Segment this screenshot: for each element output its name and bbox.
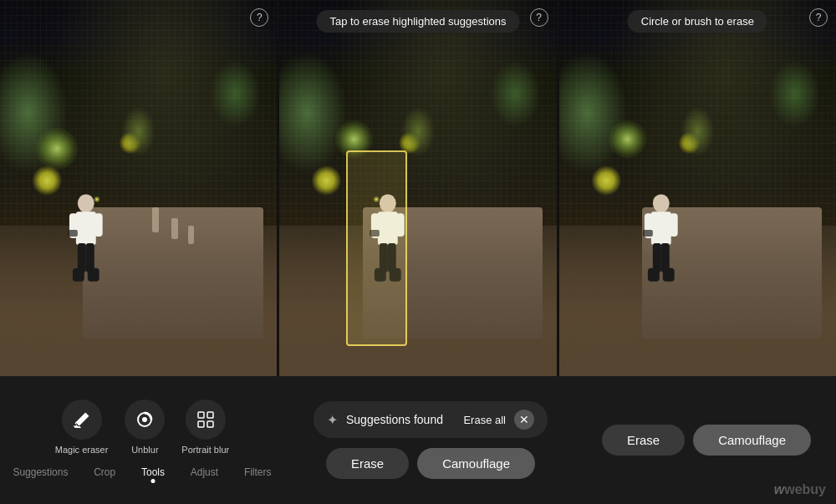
svg-point-28 — [142, 417, 147, 422]
magic-eraser-icon — [62, 400, 102, 440]
middle-action-buttons: Erase Camouflage — [326, 448, 535, 479]
portrait-blur-icon — [186, 400, 226, 440]
erase-all-button[interactable]: Erase all — [463, 414, 506, 426]
svg-rect-22 — [653, 243, 661, 272]
svg-rect-30 — [207, 412, 213, 418]
close-suggestions-button[interactable]: ✕ — [514, 410, 534, 430]
nav-suggestions[interactable]: Suggestions — [6, 463, 74, 481]
nav-tools[interactable]: Tools — [135, 463, 171, 481]
extra-person — [152, 207, 159, 232]
lamp-glow — [609, 120, 646, 158]
sparkle-icon: ✦ — [327, 412, 338, 428]
nav-filters[interactable]: Filters — [237, 463, 278, 481]
svg-rect-8 — [68, 230, 78, 237]
help-icon-3[interactable]: ? — [809, 8, 828, 27]
portrait-blur-label: Portrait blur — [181, 445, 229, 455]
svg-point-18 — [653, 194, 670, 212]
unblur-tool[interactable]: Unblur — [125, 400, 165, 455]
controls-area: Magic eraser Unblur — [0, 376, 836, 504]
svg-rect-26 — [643, 230, 653, 237]
svg-rect-29 — [198, 412, 204, 418]
nav-adjust[interactable]: Adjust — [184, 463, 225, 481]
photo-panel-original: ? — [0, 0, 277, 376]
nav-crop[interactable]: Crop — [87, 463, 122, 481]
svg-rect-32 — [207, 421, 213, 427]
svg-point-0 — [78, 194, 94, 212]
portrait-blur-tool[interactable]: Portrait blur — [181, 400, 229, 455]
images-area: ? Tap to erase highlighted suggestions — [0, 0, 836, 376]
help-icon-2[interactable]: ? — [530, 8, 548, 27]
svg-rect-21 — [670, 213, 678, 237]
svg-rect-4 — [78, 243, 86, 272]
magic-eraser-label: Magic eraser — [55, 445, 109, 455]
svg-rect-3 — [94, 213, 103, 237]
photo-panel-brush[interactable]: Circle or brush to erase ? — [559, 0, 836, 376]
svg-rect-6 — [73, 267, 84, 281]
hint-bar-suggestions: Tap to erase highlighted suggestions — [316, 10, 519, 33]
unblur-icon — [125, 400, 165, 440]
camouflage-button-right[interactable]: Camouflage — [693, 425, 811, 456]
extra-person — [188, 226, 194, 244]
svg-rect-23 — [661, 243, 670, 272]
camouflage-button-middle[interactable]: Camouflage — [417, 448, 535, 479]
svg-rect-7 — [88, 267, 99, 281]
main-person — [61, 170, 111, 320]
watermark: wwebuy — [774, 482, 826, 497]
svg-rect-19 — [651, 211, 671, 245]
svg-rect-25 — [663, 267, 675, 281]
suggestions-text: Suggestions found — [346, 413, 455, 426]
magic-eraser-tool[interactable]: Magic eraser — [55, 400, 109, 455]
main-person — [636, 170, 686, 320]
svg-rect-24 — [648, 267, 660, 281]
bottom-nav: Suggestions Crop Tools Adjust Filters — [0, 463, 284, 481]
extra-person — [171, 218, 178, 239]
tool-buttons: Magic eraser Unblur — [55, 400, 229, 455]
suggestions-bar: ✦ Suggestions found Erase all ✕ — [314, 401, 548, 438]
middle-controls: ✦ Suggestions found Erase all ✕ Erase Ca… — [284, 376, 577, 504]
svg-rect-31 — [198, 421, 204, 427]
hint-bar-brush: Circle or brush to erase — [628, 10, 767, 33]
unblur-label: Unblur — [131, 445, 158, 455]
svg-rect-5 — [86, 243, 94, 272]
suggestion-highlight — [346, 150, 407, 346]
svg-rect-1 — [76, 211, 96, 245]
erase-button-middle[interactable]: Erase — [326, 448, 409, 479]
erase-button-right[interactable]: Erase — [602, 425, 685, 456]
left-controls: Magic eraser Unblur — [0, 376, 284, 504]
lamp-glow — [36, 128, 78, 170]
photo-panel-suggestions[interactable]: Tap to erase highlighted suggestions ? — [279, 0, 556, 376]
